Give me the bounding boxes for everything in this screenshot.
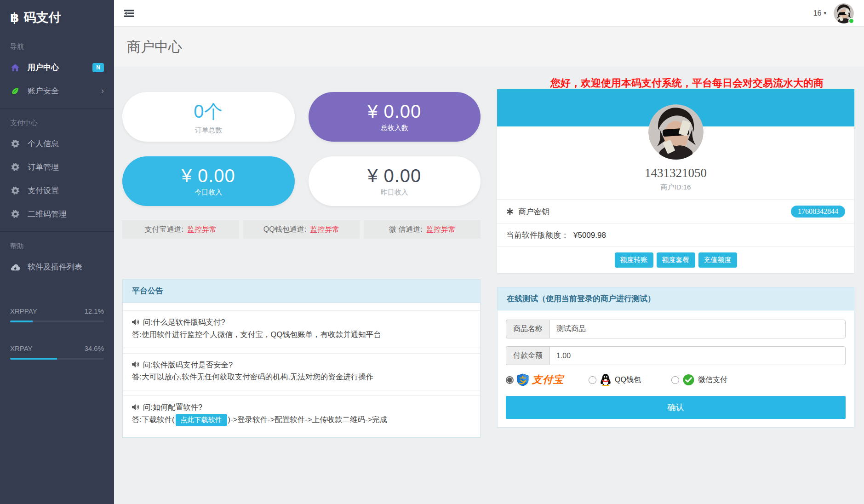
announcement-panel: 平台公告 问:什么是软件版码支付? 答:使用软件进行监控个人微信，支付宝，QQ钱… <box>122 279 481 438</box>
announcement-item: 问:软件版码支付是否安全? 答:大可以放心,软件无任何获取支付密码的机构,无法对… <box>123 353 480 391</box>
question-text: 问:什么是软件版码支付? <box>143 316 225 328</box>
sidebar-item-account-safety[interactable]: 账户安全 › <box>0 79 114 103</box>
answer-text: 答:下载软件(点此下载软件)->登录软件->配置软件->上传收款二维码->完成 <box>132 414 471 426</box>
sidebar-item-software-list[interactable]: 软件及插件列表 <box>0 255 114 279</box>
method-qq-wallet[interactable]: QQ钱包 <box>589 373 671 386</box>
sidebar-item-order-mgmt[interactable]: 订单管理 <box>0 155 114 179</box>
sidebar-item-qrcode-mgmt[interactable]: 二维码管理 <box>0 202 114 226</box>
sidebar-section-nav: 导航 <box>0 32 114 56</box>
asterisk-icon <box>506 208 514 215</box>
online-test-panel: 在线测试（使用当前登录的商户进行测试） 商品名称 付款金额 <box>497 287 854 428</box>
stat-value: ¥ 0.00 <box>182 166 235 186</box>
alipay-wordmark: 支付宝 <box>532 373 564 387</box>
merchant-name: 1431321050 <box>497 166 854 180</box>
progress-value: 34.6% <box>84 344 104 352</box>
quota-label: 当前软件版额度： <box>506 230 569 241</box>
wechat-pay-label: 微信支付 <box>698 375 727 385</box>
stat-card-yesterday-income: ¥ 0.00 昨日收入 <box>309 156 481 206</box>
amount-label: 付款金额 <box>506 346 549 365</box>
sidebar-collapse-icon[interactable] <box>124 9 134 17</box>
sidebar-item-label: 用户中心 <box>28 62 59 73</box>
app-logo-text: 码支付 <box>23 9 61 26</box>
app-logo[interactable]: ฿ 码支付 <box>0 0 114 32</box>
quota-recharge-button[interactable]: 充值额度 <box>698 252 737 268</box>
download-software-button[interactable]: 点此下载软件 <box>176 414 227 426</box>
notification-count: 16 <box>813 9 822 17</box>
stat-card-today-income: ¥ 0.00 今日收入 <box>122 156 295 206</box>
channel-status-bar: 支付宝通道: 监控异常 QQ钱包通道: 监控异常 微 信通道: 监控异常 <box>122 220 481 239</box>
page-header: 商户中心 <box>114 27 864 67</box>
sidebar-item-label: 软件及插件列表 <box>28 262 82 272</box>
quota-value: ¥5009.98 <box>573 231 606 240</box>
wechat-radio[interactable] <box>671 376 679 384</box>
method-wechat-pay[interactable]: 微信支付 <box>671 374 727 386</box>
stat-label: 总收入数 <box>381 124 408 132</box>
online-status-dot <box>848 18 854 24</box>
answer-text: 答:大可以放心,软件无任何获取支付密码的机构,无法对您的资金进行操作 <box>132 371 471 383</box>
stat-value: ¥ 0.00 <box>367 166 421 186</box>
cloud-download-icon <box>10 262 20 272</box>
new-badge: N <box>92 63 104 72</box>
stat-label: 今日收入 <box>195 188 222 197</box>
qq-radio[interactable] <box>589 376 596 384</box>
sidebar-item-label: 订单管理 <box>28 162 59 172</box>
quota-transfer-button[interactable]: 额度转账 <box>615 252 653 268</box>
stat-card-total-income: ¥ 0.00 总收入数 <box>309 92 481 142</box>
gear-icon <box>10 209 20 219</box>
channel-label: 支付宝通道: <box>145 225 183 235</box>
payment-methods: 支付宝 QQ钱包 微信支付 <box>506 373 846 387</box>
status-abnormal: 监控异常 <box>187 225 217 235</box>
gear-icon <box>10 186 20 196</box>
sidebar: ฿ 码支付 导航 用户中心 N 账户安全 › 支付中心 个人信息 订单管理 <box>0 0 114 504</box>
method-alipay[interactable]: 支付宝 <box>506 373 589 387</box>
amount-row: 付款金额 <box>506 346 846 365</box>
speaker-icon <box>132 319 139 326</box>
home-icon <box>10 63 20 73</box>
stat-value: ¥ 0.00 <box>367 101 421 122</box>
confirm-button[interactable]: 确认 <box>506 396 846 419</box>
announcement-list: 问:什么是软件版码支付? 答:使用软件进行监控个人微信，支付宝，QQ钱包账单，有… <box>123 303 480 437</box>
sidebar-item-label: 账户安全 <box>28 86 59 96</box>
merchant-key-badge[interactable]: 17608342844 <box>791 206 845 218</box>
stat-value: 0个 <box>194 99 223 124</box>
announcement-item: 问:如何配置软件? 答:下载软件(点此下载软件)->登录软件->配置软件->上传… <box>123 395 480 434</box>
stat-card-total-orders: 0个 订单总数 <box>122 92 295 142</box>
stats-grid: 0个 订单总数 ¥ 0.00 总收入数 ¥ 0.00 今日收入 ¥ 0.00 昨… <box>122 92 481 206</box>
user-avatar[interactable] <box>834 3 854 23</box>
page-title: 商户中心 <box>127 38 851 57</box>
sidebar-item-label: 个人信息 <box>28 138 59 149</box>
sidebar-item-user-center[interactable]: 用户中心 N <box>0 56 114 79</box>
sidebar-section-pay-center: 支付中心 <box>0 109 114 132</box>
sidebar-item-pay-settings[interactable]: 支付设置 <box>0 179 114 202</box>
channel-alipay-status: 支付宝通道: 监控异常 <box>122 220 239 239</box>
alipay-radio[interactable] <box>506 376 514 384</box>
wechat-pay-icon <box>682 374 695 386</box>
progress-fill <box>10 358 57 360</box>
progress-label: XRPPAY <box>10 307 37 315</box>
merchant-avatar[interactable] <box>648 104 704 160</box>
progress-fill <box>10 321 33 322</box>
merchant-id: 商户ID:16 <box>497 183 854 199</box>
channel-qq-status: QQ钱包通道: 监控异常 <box>243 220 360 239</box>
quota-package-button[interactable]: 额度套餐 <box>657 252 695 268</box>
product-name-row: 商品名称 <box>506 320 846 338</box>
status-abnormal: 监控异常 <box>426 225 456 235</box>
progress-bar <box>10 321 104 322</box>
amount-input[interactable] <box>549 346 846 365</box>
notification-dropdown[interactable]: 16 ▾ <box>813 9 826 17</box>
progress-xrppay: XRPPAY 12.1% <box>0 295 114 322</box>
announcement-item: 问:什么是软件版码支付? 答:使用软件进行监控个人微信，支付宝，QQ钱包账单，有… <box>123 310 480 348</box>
stat-label: 订单总数 <box>195 126 222 135</box>
progress-bar <box>10 358 104 360</box>
product-name-input[interactable] <box>549 320 846 338</box>
sidebar-item-personal-info[interactable]: 个人信息 <box>0 132 114 155</box>
progress-value: 12.1% <box>84 307 104 315</box>
question-text: 问:如何配置软件? <box>143 401 202 413</box>
sidebar-section-help: 帮助 <box>0 232 114 255</box>
channel-label: QQ钱包通道: <box>263 225 306 235</box>
progress-xrpay: XRPAY 34.6% <box>0 332 114 360</box>
stat-label: 昨日收入 <box>381 188 408 197</box>
alipay-logo-icon <box>517 373 529 386</box>
answer-text: 答:使用软件进行监控个人微信，支付宝，QQ钱包账单，有收款并通知平台 <box>132 329 471 340</box>
answer-prefix: 答:下载软件( <box>132 415 175 424</box>
